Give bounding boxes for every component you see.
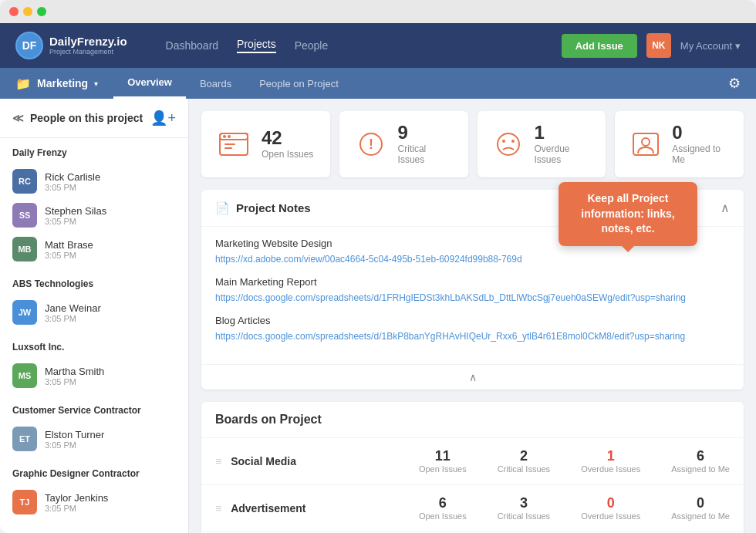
minimize-dot[interactable] bbox=[23, 7, 32, 16]
note-link[interactable]: https://docs.google.com/spreadsheets/d/1… bbox=[215, 292, 686, 303]
collapse-icon[interactable]: ∧ bbox=[721, 201, 730, 215]
settings-icon[interactable]: ⚙ bbox=[728, 75, 741, 92]
svg-rect-5 bbox=[224, 147, 232, 149]
note-link[interactable]: https://docs.google.com/spreadsheets/d/1… bbox=[215, 331, 685, 342]
person-name: Jane Weinar bbox=[45, 302, 176, 314]
my-account-menu[interactable]: My Account ▾ bbox=[680, 40, 741, 52]
note-item: Main Marketing Report https://docs.googl… bbox=[215, 276, 730, 304]
notes-content: Marketing Website Design https://xd.adob… bbox=[201, 227, 744, 364]
svg-point-8 bbox=[498, 133, 519, 155]
board-name[interactable]: Social Media bbox=[231, 455, 413, 467]
board-open-issues: 11 Open Issues bbox=[419, 449, 467, 474]
collapse-button[interactable]: ∧ bbox=[201, 364, 744, 390]
person-name: Rick Carlisle bbox=[45, 171, 176, 183]
list-item[interactable]: MS Martha Smith 3:05 PM bbox=[12, 359, 176, 393]
logo: DF DailyFrenzy.io Project Management bbox=[15, 32, 127, 59]
board-name[interactable]: Advertisement bbox=[231, 502, 413, 514]
stat-overdue-issues: 1 Overdue Issues bbox=[478, 111, 606, 177]
org-name: ABS Technologies bbox=[12, 278, 176, 289]
org-group-gdc: Graphic Designer Contractor TJ Taylor Je… bbox=[0, 459, 188, 522]
tooltip-bubble: Keep all Project information: links, not… bbox=[559, 182, 697, 246]
svg-point-10 bbox=[511, 140, 515, 143]
logo-name: DailyFrenzy.io bbox=[49, 35, 127, 49]
avatar: TJ bbox=[12, 490, 37, 514]
open-issues-count: 42 bbox=[262, 129, 313, 147]
boards-section: Boards on Project ≡ Social Media 11 Open… bbox=[201, 402, 744, 533]
content-area: 42 Open Issues ! 9 Critical Issues bbox=[189, 99, 756, 533]
org-group-abs: ABS Technologies JW Jane Weinar 3:05 PM bbox=[0, 269, 188, 332]
list-item[interactable]: ET Elston Turner 3:05 PM bbox=[12, 422, 176, 456]
nav-people[interactable]: People bbox=[295, 39, 329, 52]
list-item[interactable]: SS Stephen Silas 3:05 PM bbox=[12, 198, 176, 232]
add-issue-button[interactable]: Add Issue bbox=[562, 34, 637, 58]
sidebar-header: ≪ People on this project 👤+ bbox=[0, 99, 188, 138]
svg-point-12 bbox=[642, 138, 650, 146]
person-time: 3:05 PM bbox=[45, 440, 176, 450]
note-link[interactable]: https://xd.adobe.com/view/00ac4664-5c04-… bbox=[215, 254, 522, 265]
critical-issues-icon: ! bbox=[355, 130, 387, 158]
stats-row: 42 Open Issues ! 9 Critical Issues bbox=[201, 111, 744, 177]
logo-tagline: Project Management bbox=[49, 48, 127, 56]
nav-projects[interactable]: Projects bbox=[237, 38, 276, 53]
org-group-daily-frenzy: Daily Frenzy RC Rick Carlisle 3:05 PM SS… bbox=[0, 138, 188, 269]
open-issues-label: Open Issues bbox=[262, 149, 313, 160]
stat-assigned-to-me: 0 Assigned to Me bbox=[615, 111, 744, 177]
open-issues-icon bbox=[217, 130, 251, 158]
avatar: SS bbox=[12, 203, 37, 228]
nav-right: Add Issue NK My Account ▾ bbox=[562, 33, 741, 58]
sidebar-title: ≪ People on this project bbox=[12, 112, 143, 124]
board-critical-issues: 2 Critical Issues bbox=[498, 449, 550, 474]
list-item[interactable]: MB Matt Brase 3:05 PM bbox=[12, 232, 176, 266]
board-assigned-to-me: 6 Assigned to Me bbox=[671, 449, 730, 474]
critical-issues-count: 9 bbox=[398, 123, 453, 142]
logo-icon: DF bbox=[15, 32, 43, 59]
project-chevron-icon: ▾ bbox=[94, 79, 98, 88]
overdue-issues-label: Overdue Issues bbox=[535, 143, 591, 165]
person-name: Taylor Jenkins bbox=[45, 492, 176, 504]
nav-dashboard[interactable]: Dashboard bbox=[166, 39, 219, 52]
person-name: Elston Turner bbox=[45, 429, 176, 440]
board-overdue-issues: 0 Overdue Issues bbox=[581, 496, 640, 521]
sub-nav-links: Overview Boards People on Project bbox=[113, 68, 728, 99]
list-item[interactable]: TJ Taylor Jenkins 3:05 PM bbox=[12, 485, 176, 519]
board-row: ≡ Social Media 11 Open Issues 2 Critical… bbox=[201, 437, 744, 484]
person-name: Matt Brase bbox=[45, 239, 176, 251]
svg-point-9 bbox=[502, 140, 505, 143]
list-item[interactable]: JW Jane Weinar 3:05 PM bbox=[12, 295, 176, 329]
avatar: MB bbox=[12, 237, 37, 261]
back-icon[interactable]: ≪ bbox=[12, 112, 24, 124]
maximize-dot[interactable] bbox=[37, 7, 46, 16]
note-title: Main Marketing Report bbox=[215, 276, 730, 288]
notes-header: 📄 Project Notes ∧ Keep all Project infor… bbox=[201, 190, 744, 227]
person-time: 3:05 PM bbox=[45, 217, 176, 226]
project-notes-card: 📄 Project Notes ∧ Keep all Project infor… bbox=[201, 190, 744, 390]
board-stats: 11 Open Issues 2 Critical Issues 1 Overd… bbox=[419, 449, 730, 474]
tab-people-on-project[interactable]: People on Project bbox=[245, 68, 353, 99]
person-time: 3:05 PM bbox=[45, 183, 176, 192]
org-name: Graphic Designer Contractor bbox=[12, 468, 176, 479]
tab-boards[interactable]: Boards bbox=[186, 68, 245, 99]
drag-icon: ≡ bbox=[215, 502, 221, 514]
notes-title-text: Project Notes bbox=[236, 201, 311, 214]
org-group-luxsoft: Luxsoft Inc. MS Martha Smith 3:05 PM bbox=[0, 332, 188, 396]
svg-point-2 bbox=[223, 135, 226, 138]
project-name[interactable]: Marketing bbox=[37, 77, 88, 89]
close-dot[interactable] bbox=[9, 7, 19, 16]
board-overdue-issues: 1 Overdue Issues bbox=[581, 449, 640, 474]
add-person-icon[interactable]: 👤+ bbox=[150, 110, 176, 127]
stat-critical-issues: ! 9 Critical Issues bbox=[339, 111, 468, 177]
svg-point-3 bbox=[228, 135, 231, 138]
drag-icon: ≡ bbox=[215, 455, 221, 467]
tab-overview[interactable]: Overview bbox=[113, 68, 186, 99]
org-group-csc: Customer Service Contractor ET Elston Tu… bbox=[0, 396, 188, 459]
org-name: Daily Frenzy bbox=[12, 147, 176, 158]
stat-open-issues: 42 Open Issues bbox=[201, 111, 330, 177]
folder-icon: 📁 bbox=[15, 76, 31, 91]
note-title: Blog Articles bbox=[215, 315, 730, 326]
user-avatar[interactable]: NK bbox=[646, 33, 671, 58]
top-nav: DF DailyFrenzy.io Project Management Das… bbox=[0, 23, 756, 68]
person-name: Stephen Silas bbox=[45, 205, 176, 217]
critical-issues-label: Critical Issues bbox=[398, 143, 453, 165]
list-item[interactable]: RC Rick Carlisle 3:05 PM bbox=[12, 164, 176, 198]
title-bar bbox=[0, 0, 756, 23]
